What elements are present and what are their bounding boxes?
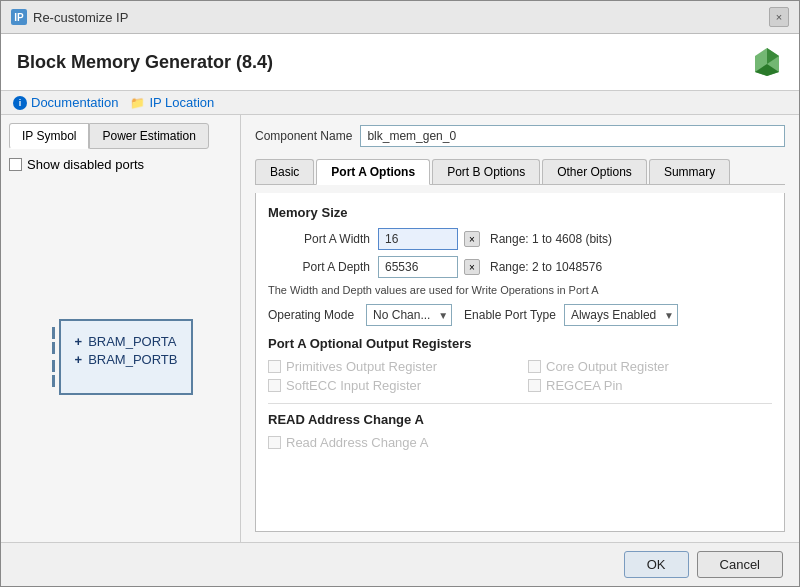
symbol-area: + BRAM_PORTA + BRAM_PORTB — [9, 180, 232, 534]
read-address-change-checkbox[interactable] — [268, 436, 281, 449]
port-a-width-input[interactable] — [378, 228, 458, 250]
softecc-input-register-label: SoftECC Input Register — [286, 378, 421, 393]
documentation-label: Documentation — [31, 95, 118, 110]
port-a-depth-label: Port A Depth — [268, 260, 378, 274]
primitives-output-register-label: Primitives Output Register — [286, 359, 437, 374]
regcea-pin-item: REGCEA Pin — [528, 378, 772, 393]
enable-port-type-wrap: Enable Port Type Always Enabled ▼ — [464, 304, 678, 326]
header: Block Memory Generator (8.4) — [1, 34, 799, 91]
app-icon: IP — [11, 9, 27, 25]
info-icon: i — [13, 96, 27, 110]
show-disabled-checkbox[interactable] — [9, 158, 22, 171]
tab-port-b-options[interactable]: Port B Options — [432, 159, 540, 184]
enable-port-type-select-wrap: Always Enabled ▼ — [564, 304, 678, 326]
main-dialog: IP Re-customize IP × Block Memory Genera… — [0, 0, 800, 587]
bram-portb-row: + BRAM_PORTB — [75, 352, 178, 367]
component-name-input[interactable] — [360, 125, 785, 147]
write-ops-note: The Width and Depth values are used for … — [268, 284, 772, 296]
component-name-label: Component Name — [255, 129, 352, 143]
bram-porta-row: + BRAM_PORTA — [75, 334, 178, 349]
output-registers-title: Port A Optional Output Registers — [268, 336, 772, 351]
right-panel: Component Name Basic Port A Options Port… — [241, 115, 799, 542]
port-a-depth-range: Range: 2 to 1048576 — [490, 260, 602, 274]
documentation-link[interactable]: i Documentation — [13, 95, 118, 110]
ip-location-link[interactable]: 📁 IP Location — [130, 95, 214, 110]
left-panel: IP Symbol Power Estimation Show disabled… — [1, 115, 241, 542]
show-disabled-label: Show disabled ports — [27, 157, 144, 172]
main-tab-bar: Basic Port A Options Port B Options Othe… — [255, 159, 785, 185]
read-address-title: READ Address Change A — [268, 412, 772, 427]
regcea-pin-label: REGCEA Pin — [546, 378, 623, 393]
cancel-button[interactable]: Cancel — [697, 551, 783, 578]
folder-icon: 📁 — [130, 96, 145, 110]
port-a-width-range: Range: 1 to 4608 (bits) — [490, 232, 612, 246]
title-bar-left: IP Re-customize IP — [11, 9, 128, 25]
show-disabled-row: Show disabled ports — [9, 157, 232, 172]
bram-portb-label: BRAM_PORTB — [88, 352, 177, 367]
component-name-row: Component Name — [255, 125, 785, 147]
enable-port-type-label: Enable Port Type — [464, 308, 556, 322]
port-a-depth-input[interactable] — [378, 256, 458, 278]
core-output-register-checkbox[interactable] — [528, 360, 541, 373]
port-a-depth-row: Port A Depth × Range: 2 to 1048576 — [268, 256, 772, 278]
ip-location-label: IP Location — [149, 95, 214, 110]
header-title: Block Memory Generator (8.4) — [17, 52, 273, 73]
read-address-change-label: Read Address Change A — [286, 435, 428, 450]
portb-plus-icon: + — [75, 352, 83, 367]
porta-plus-icon: + — [75, 334, 83, 349]
left-tab-bar: IP Symbol Power Estimation — [9, 123, 232, 149]
tab-ip-symbol[interactable]: IP Symbol — [9, 123, 89, 149]
softecc-input-register-item: SoftECC Input Register — [268, 378, 512, 393]
tab-power-estimation[interactable]: Power Estimation — [89, 123, 208, 149]
memory-size-title: Memory Size — [268, 205, 772, 220]
read-address-change-row: Read Address Change A — [268, 435, 772, 450]
operating-mode-row: Operating Mode No Chan... ▼ Enable Port … — [268, 304, 772, 326]
primitives-output-register-item: Primitives Output Register — [268, 359, 512, 374]
ok-button[interactable]: OK — [624, 551, 689, 578]
port-a-width-row: Port A Width × Range: 1 to 4608 (bits) — [268, 228, 772, 250]
tab-summary[interactable]: Summary — [649, 159, 730, 184]
enable-port-type-select[interactable]: Always Enabled — [564, 304, 678, 326]
port-a-width-clear[interactable]: × — [464, 231, 480, 247]
port-a-width-wrap: × Range: 1 to 4608 (bits) — [378, 228, 612, 250]
content-area: IP Symbol Power Estimation Show disabled… — [1, 115, 799, 542]
core-output-register-label: Core Output Register — [546, 359, 669, 374]
close-button[interactable]: × — [769, 7, 789, 27]
output-registers-grid: Primitives Output Register Core Output R… — [268, 359, 772, 393]
operating-mode-select[interactable]: No Chan... — [366, 304, 452, 326]
tab-other-options[interactable]: Other Options — [542, 159, 647, 184]
title-bar: IP Re-customize IP × — [1, 1, 799, 34]
port-a-width-label: Port A Width — [268, 232, 378, 246]
bram-symbol: + BRAM_PORTA + BRAM_PORTB — [59, 319, 194, 395]
port-a-depth-wrap: × Range: 2 to 1048576 — [378, 256, 602, 278]
tab-port-a-options[interactable]: Port A Options — [316, 159, 430, 185]
operating-mode-label: Operating Mode — [268, 308, 354, 322]
core-output-register-item: Core Output Register — [528, 359, 772, 374]
softecc-input-register-checkbox[interactable] — [268, 379, 281, 392]
bram-porta-label: BRAM_PORTA — [88, 334, 176, 349]
port-a-depth-clear[interactable]: × — [464, 259, 480, 275]
operating-mode-select-wrap: No Chan... ▼ — [366, 304, 452, 326]
vivado-logo — [751, 46, 783, 78]
primitives-output-register-checkbox[interactable] — [268, 360, 281, 373]
title-bar-text: Re-customize IP — [33, 10, 128, 25]
toolbar: i Documentation 📁 IP Location — [1, 91, 799, 115]
tab-content: Memory Size Port A Width × Range: 1 to 4… — [255, 193, 785, 532]
regcea-pin-checkbox[interactable] — [528, 379, 541, 392]
divider — [268, 403, 772, 404]
tab-basic[interactable]: Basic — [255, 159, 314, 184]
footer: OK Cancel — [1, 542, 799, 586]
